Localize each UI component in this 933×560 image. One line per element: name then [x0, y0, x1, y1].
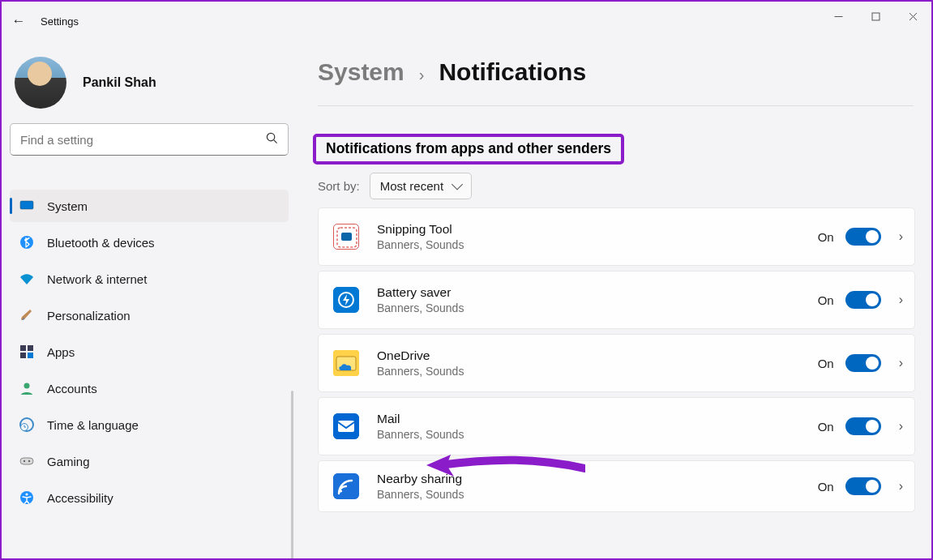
sidebar-item-time-language[interactable]: Time & language — [10, 408, 289, 441]
sidebar-item-label: Time & language — [47, 418, 139, 432]
system-icon — [19, 199, 47, 213]
toggle-state-label: On — [818, 293, 834, 307]
nearby-sharing-icon — [333, 473, 359, 499]
battery-saver-icon — [333, 287, 359, 313]
mail-icon — [333, 413, 359, 439]
toggle-state-label: On — [818, 420, 834, 434]
person-icon — [19, 381, 47, 395]
sidebar-item-personalization[interactable]: Personalization — [10, 299, 289, 331]
sidebar-item-label: Apps — [47, 345, 75, 359]
search-input-wrap[interactable] — [10, 123, 289, 156]
app-name: OneDrive — [377, 348, 818, 363]
minimize-button[interactable] — [820, 2, 857, 31]
main-content: System › Notifications Notifications fro… — [293, 41, 931, 558]
maximize-button[interactable] — [857, 2, 894, 31]
svg-rect-28 — [338, 421, 354, 432]
apps-icon — [19, 344, 47, 359]
window-title: Settings — [41, 15, 79, 28]
sidebar-scrollbar[interactable] — [291, 391, 293, 560]
toggle-switch[interactable] — [845, 291, 881, 309]
app-sub: Banners, Sounds — [377, 365, 818, 378]
window-controls — [820, 2, 931, 31]
close-button[interactable] — [894, 2, 931, 31]
sidebar-item-gaming[interactable]: Gaming — [10, 445, 289, 477]
chevron-right-icon: › — [899, 356, 903, 370]
toggle-switch[interactable] — [845, 228, 881, 246]
sort-by-dropdown[interactable]: Most recent — [370, 173, 472, 199]
sort-by-value: Most recent — [380, 179, 443, 193]
bluetooth-icon — [19, 235, 47, 250]
app-row-onedrive[interactable]: OneDrive Banners, Sounds On › — [318, 334, 915, 392]
svg-rect-9 — [20, 345, 26, 351]
sidebar-item-label: System — [47, 199, 88, 213]
page-title: Notifications — [439, 58, 586, 86]
svg-rect-6 — [20, 201, 33, 209]
sidebar-item-system[interactable]: System — [10, 190, 289, 222]
svg-point-13 — [24, 383, 30, 389]
search-icon — [266, 132, 278, 147]
toggle-switch[interactable] — [845, 354, 881, 372]
back-button[interactable]: ← — [2, 13, 36, 29]
app-row-battery-saver[interactable]: Battery saver Banners, Sounds On › — [318, 271, 915, 329]
section-header-senders: Notifications from apps and other sender… — [313, 134, 624, 165]
gamepad-icon — [19, 454, 47, 468]
chevron-right-icon: › — [899, 479, 903, 494]
sidebar-item-network[interactable]: Network & internet — [10, 263, 289, 295]
chevron-right-icon: › — [899, 419, 903, 434]
sort-by-label: Sort by: — [318, 179, 360, 193]
app-sub: Banners, Sounds — [377, 301, 818, 314]
sidebar-item-accessibility[interactable]: Accessibility — [10, 481, 289, 514]
sidebar-item-label: Gaming — [47, 455, 90, 468]
toggle-state-label: On — [818, 480, 834, 494]
svg-rect-12 — [28, 353, 33, 358]
app-name: Battery saver — [377, 285, 818, 300]
paintbrush-icon — [19, 308, 47, 323]
svg-rect-11 — [20, 353, 26, 358]
onedrive-icon — [333, 350, 359, 376]
sidebar-item-label: Bluetooth & devices — [47, 236, 155, 250]
app-sub: Banners, Sounds — [377, 238, 818, 251]
app-row-nearby-sharing[interactable]: Nearby sharing Banners, Sounds On › — [318, 460, 915, 512]
svg-rect-16 — [20, 458, 33, 464]
svg-point-20 — [25, 493, 28, 495]
svg-rect-22 — [341, 233, 352, 241]
app-name: Snipping Tool — [377, 222, 818, 237]
title-bar: ← Settings — [2, 2, 931, 41]
app-sub: Banners, Sounds — [377, 428, 818, 441]
sidebar-item-label: Network & internet — [47, 272, 147, 286]
svg-rect-1 — [872, 13, 880, 20]
search-input[interactable] — [20, 133, 266, 147]
snipping-tool-icon — [333, 224, 359, 250]
app-name: Mail — [377, 412, 818, 426]
chevron-right-icon: › — [899, 229, 903, 244]
nav-list: System Bluetooth & devices Network & int… — [10, 190, 293, 514]
app-sub: Banners, Sounds — [377, 488, 818, 501]
sidebar-item-bluetooth[interactable]: Bluetooth & devices — [10, 226, 289, 259]
sidebar-item-label: Accessibility — [47, 491, 113, 505]
svg-rect-10 — [28, 345, 33, 351]
app-name: Nearby sharing — [377, 472, 818, 486]
chevron-right-icon: › — [419, 66, 425, 84]
accessibility-icon — [19, 490, 47, 505]
svg-point-17 — [24, 460, 25, 462]
breadcrumb-parent[interactable]: System — [318, 58, 404, 86]
svg-point-4 — [267, 133, 274, 140]
app-row-mail[interactable]: Mail Banners, Sounds On › — [318, 397, 915, 455]
sidebar-item-label: Accounts — [47, 382, 97, 395]
toggle-state-label: On — [818, 230, 834, 244]
wifi-icon — [19, 271, 47, 286]
sidebar-item-apps[interactable]: Apps — [10, 336, 289, 368]
app-row-snipping-tool[interactable]: Snipping Tool Banners, Sounds On › — [318, 207, 915, 266]
profile-block[interactable]: Pankil Shah — [10, 49, 293, 123]
toggle-switch[interactable] — [845, 477, 881, 495]
toggle-state-label: On — [818, 357, 834, 370]
user-name: Pankil Shah — [83, 75, 156, 90]
svg-point-18 — [28, 460, 30, 462]
toggle-switch[interactable] — [845, 417, 881, 435]
chevron-right-icon: › — [899, 293, 903, 307]
svg-line-5 — [274, 140, 277, 143]
avatar — [15, 57, 66, 109]
breadcrumb: System › Notifications — [318, 49, 915, 105]
sidebar-item-label: Personalization — [47, 309, 131, 323]
sidebar-item-accounts[interactable]: Accounts — [10, 372, 289, 404]
